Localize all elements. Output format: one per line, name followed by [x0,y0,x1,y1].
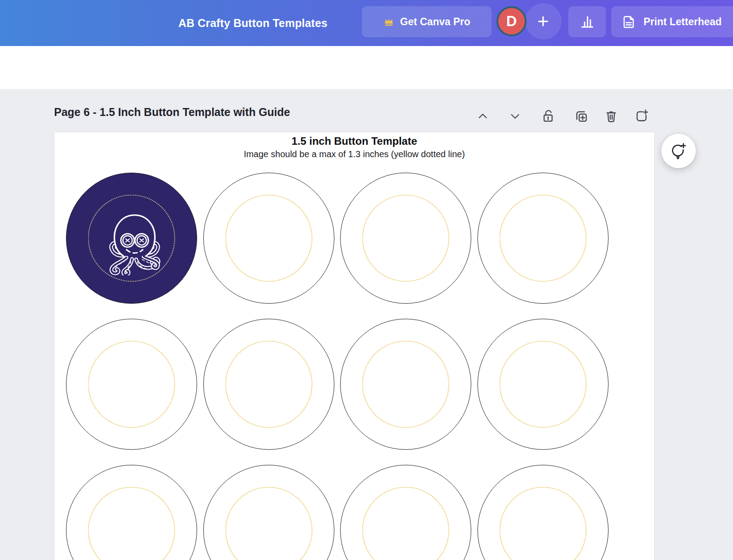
print-letterhead-label: Print Letterhead [644,16,721,28]
unlocked-padlock-icon [540,108,555,124]
bar-chart-icon [579,14,595,30]
plush-octopus-illustration [97,201,172,275]
avatar-initial: D [506,13,517,30]
canvas-subtitle-text[interactable]: Image should be a max of 1.3 inches (yel… [54,149,654,159]
max-image-guide-circle [362,341,450,428]
max-image-guide-circle [362,487,450,560]
print-letterhead-button[interactable]: Print Letterhead [611,6,733,37]
max-image-guide-circle [500,341,587,428]
avatar[interactable]: D [496,6,527,36]
duplicate-page-button[interactable] [573,108,589,124]
add-page-icon [634,108,649,124]
max-image-guide-circle [362,195,450,282]
delete-page-button[interactable] [603,108,619,124]
editor-top-bar: AB Crafty Button Templates Get Canva Pro… [0,0,733,46]
insights-button[interactable] [568,6,606,37]
duplicate-plus-icon [574,108,589,124]
design-title[interactable]: AB Crafty Button Templates [178,17,328,30]
max-image-guide-circle [500,487,587,560]
max-image-guide-circle [225,487,313,560]
max-image-guide-circle [500,195,587,282]
button-circle-empty[interactable] [340,465,471,560]
lock-page-button[interactable] [540,108,556,124]
button-circle-empty[interactable] [66,465,197,560]
button-circle-filled[interactable] [66,173,197,304]
canvas-title-text[interactable]: 1.5 inch Button Template [54,135,654,147]
page-title[interactable]: Page 6 - 1.5 Inch Button Template with G… [54,106,290,119]
chevron-down-icon [508,109,522,123]
add-member-plus-icon[interactable]: + [537,12,549,31]
button-circle-empty[interactable] [477,465,609,560]
get-canva-pro-label: Get Canva Pro [400,16,470,28]
button-circle-empty[interactable] [340,173,471,304]
button-circle-empty[interactable] [203,465,334,560]
button-circle-empty[interactable] [203,319,334,450]
move-page-down-button[interactable] [507,108,523,124]
move-page-up-button[interactable] [475,108,491,124]
max-image-guide-circle [88,487,175,560]
button-circle-empty[interactable] [477,173,609,304]
document-icon [621,14,636,30]
add-comment-fab[interactable] [661,134,696,168]
add-page-button[interactable] [633,108,649,124]
button-circle-empty[interactable] [477,319,609,450]
crown-icon [383,16,395,27]
button-circle-empty[interactable] [340,319,471,450]
chevron-up-icon [476,109,490,123]
max-image-guide-circle [88,341,175,428]
toolbar-strip [0,46,733,89]
get-canva-pro-button[interactable]: Get Canva Pro [362,6,492,37]
button-circle-empty[interactable] [66,319,197,450]
button-circle-empty[interactable] [203,173,334,304]
max-image-guide-circle [225,341,313,428]
comment-plus-icon [670,142,687,160]
max-image-guide-circle [225,195,313,282]
trash-icon [604,108,619,124]
canvas-page[interactable]: 1.5 inch Button Template Image should be… [54,132,654,560]
